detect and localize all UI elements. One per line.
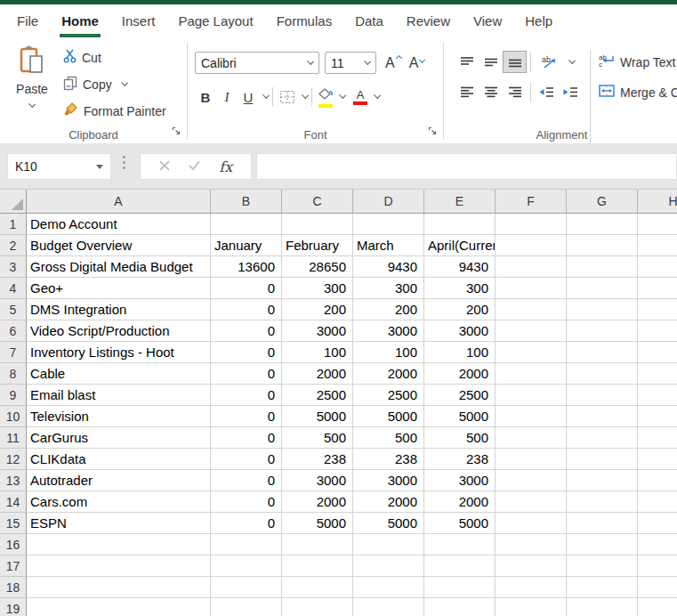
cell-D16[interactable] <box>353 534 424 555</box>
row-header-15[interactable]: 15 <box>0 513 27 534</box>
cell-A15[interactable]: ESPN <box>27 513 211 534</box>
cell-H14[interactable] <box>638 491 677 513</box>
cancel-icon[interactable] <box>159 158 170 174</box>
cell-G14[interactable] <box>567 491 638 513</box>
tab-page-layout[interactable]: Page Layout <box>166 4 264 37</box>
cell-G17[interactable] <box>567 555 638 577</box>
cell-D14[interactable]: 2000 <box>353 491 424 513</box>
cell-B18[interactable] <box>211 577 282 598</box>
name-box-dropdown-icon[interactable] <box>96 165 103 169</box>
font-dialog-launcher-icon[interactable] <box>428 124 438 140</box>
row-header-14[interactable]: 14 <box>0 491 27 513</box>
row-header-4[interactable]: 4 <box>0 278 27 299</box>
formula-input[interactable] <box>256 153 677 180</box>
cell-E8[interactable]: 2000 <box>424 363 496 385</box>
cell-F1[interactable] <box>496 214 567 235</box>
cell-E10[interactable]: 5000 <box>424 406 496 427</box>
cell-C17[interactable] <box>282 555 353 577</box>
row-header-9[interactable]: 9 <box>0 385 27 406</box>
cell-H13[interactable] <box>638 470 677 491</box>
cell-F7[interactable] <box>496 342 567 363</box>
cell-H3[interactable] <box>638 256 677 278</box>
cell-H1[interactable] <box>638 214 677 235</box>
cell-G5[interactable] <box>567 299 638 320</box>
cut-button[interactable]: Cut <box>63 48 166 68</box>
cell-C1[interactable] <box>282 214 353 235</box>
column-header-D[interactable]: D <box>353 190 424 213</box>
decrease-font-size-button[interactable]: A <box>404 55 424 71</box>
cell-C2[interactable]: February <box>282 235 353 256</box>
cell-H7[interactable] <box>638 342 677 363</box>
column-header-H[interactable]: H <box>638 190 677 213</box>
cell-H4[interactable] <box>638 278 677 299</box>
cell-F16[interactable] <box>496 534 567 555</box>
increase-font-size-button[interactable]: A <box>380 55 400 71</box>
column-header-F[interactable]: F <box>496 190 567 213</box>
cell-F8[interactable] <box>496 363 567 385</box>
column-header-E[interactable]: E <box>424 190 496 213</box>
cell-E5[interactable]: 200 <box>424 299 496 320</box>
cell-F3[interactable] <box>496 256 567 278</box>
cell-G6[interactable] <box>567 320 638 342</box>
cell-C6[interactable]: 3000 <box>282 320 353 342</box>
cell-D15[interactable]: 5000 <box>353 513 424 534</box>
cell-G4[interactable] <box>567 278 638 299</box>
underline-button[interactable]: U <box>238 86 259 108</box>
font-color-chevron-icon[interactable] <box>374 92 381 99</box>
cell-G16[interactable] <box>567 534 638 555</box>
column-header-A[interactable]: A <box>27 190 211 213</box>
name-box[interactable]: K10 <box>7 153 111 180</box>
wrap-text-button[interactable]: ab c Wrap Text <box>599 50 677 74</box>
cell-A6[interactable]: Video Script/Production <box>27 320 211 342</box>
row-header-5[interactable]: 5 <box>0 299 27 320</box>
cell-A13[interactable]: Autotrader <box>27 470 211 491</box>
italic-button[interactable]: I <box>216 86 238 108</box>
cell-D19[interactable] <box>353 598 424 616</box>
top-align-button[interactable] <box>455 51 479 73</box>
cell-H9[interactable] <box>638 385 677 406</box>
cell-E1[interactable] <box>424 214 496 235</box>
cell-B14[interactable]: 0 <box>211 491 282 513</box>
cell-G1[interactable] <box>567 214 638 235</box>
cell-B3[interactable]: 13600 <box>211 256 282 278</box>
cell-C16[interactable] <box>282 534 353 555</box>
cell-F5[interactable] <box>496 299 567 320</box>
paste-dropdown-chevron-icon[interactable] <box>28 101 36 108</box>
cell-B8[interactable]: 0 <box>211 363 282 385</box>
cell-G10[interactable] <box>567 406 638 427</box>
cell-E13[interactable]: 3000 <box>424 470 496 491</box>
cell-D17[interactable] <box>353 555 424 577</box>
cell-D11[interactable]: 500 <box>353 427 424 449</box>
tab-data[interactable]: Data <box>343 4 395 37</box>
row-header-19[interactable]: 19 <box>0 598 27 616</box>
select-all-corner[interactable] <box>0 190 27 213</box>
cell-G7[interactable] <box>567 342 638 363</box>
column-header-C[interactable]: C <box>282 190 353 213</box>
tab-file[interactable]: File <box>5 4 50 37</box>
cell-C13[interactable]: 3000 <box>282 470 353 491</box>
row-header-11[interactable]: 11 <box>0 427 27 449</box>
cell-D6[interactable]: 3000 <box>353 320 424 342</box>
cell-G3[interactable] <box>567 256 638 278</box>
cell-A2[interactable]: Budget Overview <box>27 235 211 256</box>
cell-E14[interactable]: 2000 <box>424 491 496 513</box>
cell-B10[interactable]: 0 <box>211 406 282 427</box>
cell-E19[interactable] <box>424 598 496 616</box>
cell-F12[interactable] <box>496 449 567 470</box>
middle-align-button[interactable] <box>479 51 503 73</box>
font-name-combo[interactable]: Calibri <box>195 52 319 74</box>
cell-A17[interactable] <box>27 555 211 577</box>
cell-A4[interactable]: Geo+ <box>27 278 211 299</box>
align-left-button[interactable] <box>455 81 479 103</box>
cell-A8[interactable]: Cable <box>27 363 211 385</box>
cell-H5[interactable] <box>638 299 677 320</box>
cell-B17[interactable] <box>211 555 282 577</box>
cell-E17[interactable] <box>424 555 496 577</box>
cell-A14[interactable]: Cars.com <box>27 491 211 513</box>
cell-A7[interactable]: Inventory Listings - Hoot <box>27 342 211 363</box>
clipboard-dialog-launcher-icon[interactable] <box>172 124 181 140</box>
cell-D10[interactable]: 5000 <box>353 406 424 427</box>
cell-C4[interactable]: 300 <box>282 278 353 299</box>
cell-G19[interactable] <box>567 598 638 616</box>
cell-C11[interactable]: 500 <box>282 427 353 449</box>
